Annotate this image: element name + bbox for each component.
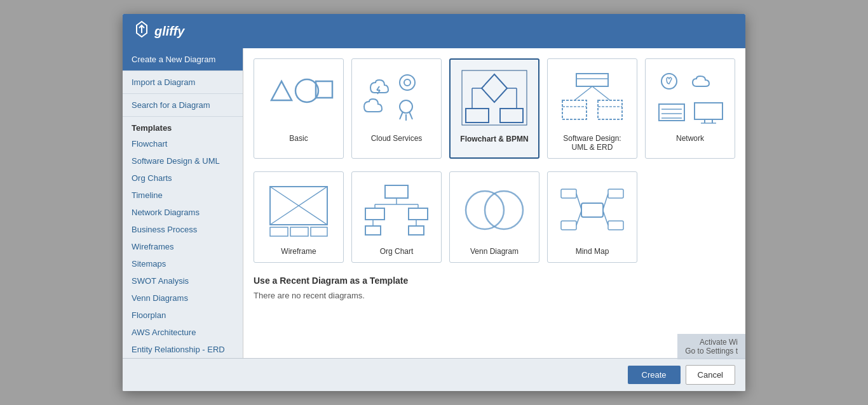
network-icon — [652, 65, 728, 129]
sidebar-item-wireframes[interactable]: Wireframes — [123, 238, 243, 255]
flowchart-label: Flowchart & BPMN — [460, 135, 528, 143]
svg-rect-38 — [270, 227, 288, 236]
sidebar-item-sitemaps[interactable]: Sitemaps — [123, 255, 243, 272]
svg-rect-12 — [500, 109, 523, 123]
svg-point-2 — [295, 79, 318, 102]
network-label: Network — [676, 134, 704, 143]
sidebar-item-erd[interactable]: Entity Relationship - ERD — [123, 341, 243, 358]
sidebar-item-flowchart[interactable]: Flowchart — [123, 135, 243, 152]
template-basic[interactable]: Basic — [254, 58, 344, 159]
svg-line-61 — [603, 194, 608, 209]
software-icon — [554, 65, 630, 129]
svg-point-4 — [400, 75, 415, 90]
svg-point-9 — [400, 100, 412, 113]
svg-rect-56 — [561, 221, 576, 230]
venn-icon — [456, 178, 532, 242]
templates-grid-row2: Wireframe — [254, 171, 735, 263]
sidebar-item-aws[interactable]: AWS Architecture — [123, 324, 243, 341]
templates-section-label: Templates — [123, 117, 243, 135]
software-label: Software Design: UML & ERD — [554, 134, 630, 152]
activate-watermark: Activate Wi Go to Settings t — [677, 334, 745, 359]
cloud-icon — [358, 65, 435, 129]
svg-rect-39 — [290, 227, 308, 236]
svg-rect-55 — [561, 189, 576, 198]
gliffy-icon — [133, 20, 151, 42]
template-orgchart[interactable]: Org Chart — [351, 171, 442, 263]
nav-search[interactable]: Search for a Diagram — [123, 94, 243, 117]
modal-footer: Create Cancel — [123, 358, 745, 391]
cloud-label: Cloud Services — [371, 134, 423, 143]
sidebar-item-floorplan[interactable]: Floorplan — [123, 307, 243, 324]
svg-rect-20 — [562, 100, 587, 119]
template-wireframe[interactable]: Wireframe — [254, 171, 344, 263]
orgchart-icon — [358, 178, 435, 242]
recent-title: Use a Recent Diagram as a Template — [254, 276, 735, 286]
template-mindmap[interactable]: Mind Map — [547, 171, 637, 263]
modal-body: Create a New Diagram Import a Diagram Se… — [123, 48, 745, 358]
svg-rect-58 — [608, 221, 623, 230]
create-diagram-modal: gliffy Create a New Diagram Import a Dia… — [123, 14, 745, 391]
sidebar-item-software-design[interactable]: Software Design & UML — [123, 152, 243, 169]
svg-marker-10 — [482, 74, 507, 102]
template-flowchart[interactable]: Flowchart & BPMN — [449, 58, 539, 159]
svg-rect-18 — [576, 74, 608, 86]
svg-rect-43 — [409, 208, 428, 220]
template-network[interactable]: Network — [645, 58, 735, 159]
svg-rect-11 — [466, 109, 489, 123]
svg-line-25 — [592, 86, 610, 100]
svg-rect-31 — [695, 103, 722, 119]
mindmap-icon — [554, 178, 630, 242]
sidebar-item-venn[interactable]: Venn Diagrams — [123, 289, 243, 307]
sidebar-item-org-charts[interactable]: Org Charts — [123, 169, 243, 187]
nav-import[interactable]: Import a Diagram — [123, 71, 243, 94]
cancel-button[interactable]: Cancel — [686, 365, 735, 385]
basic-label: Basic — [289, 134, 308, 143]
wireframe-label: Wireframe — [281, 247, 316, 256]
watermark-line1: Activate Wi — [685, 338, 738, 347]
svg-rect-42 — [365, 208, 384, 220]
template-cloud[interactable]: Cloud Services — [351, 58, 442, 159]
logo-text: gliffy — [154, 24, 184, 39]
svg-rect-48 — [365, 226, 381, 235]
svg-rect-54 — [581, 203, 603, 217]
sidebar-item-swot[interactable]: SWOT Analysis — [123, 272, 243, 289]
svg-rect-41 — [385, 185, 408, 198]
flowchart-icon — [457, 66, 532, 129]
template-software[interactable]: Software Design: UML & ERD — [547, 58, 637, 159]
svg-line-24 — [574, 86, 592, 100]
svg-rect-40 — [311, 227, 327, 236]
mindmap-label: Mind Map — [576, 247, 609, 256]
svg-rect-49 — [409, 226, 424, 235]
create-button[interactable]: Create — [628, 366, 681, 384]
template-venn[interactable]: Venn Diagram — [449, 171, 539, 263]
svg-point-26 — [661, 74, 677, 89]
venn-label: Venn Diagram — [470, 247, 519, 256]
nav-create[interactable]: Create a New Diagram — [123, 48, 243, 71]
svg-line-59 — [576, 194, 581, 209]
sidebar-item-network-diagrams[interactable]: Network Diagrams — [123, 204, 243, 221]
modal-header: gliffy — [123, 14, 745, 48]
svg-rect-22 — [598, 100, 622, 119]
watermark-line2: Go to Settings t — [685, 347, 738, 355]
wireframe-icon — [261, 178, 337, 242]
sidebar: Create a New Diagram Import a Diagram Se… — [123, 48, 243, 358]
sidebar-item-timeline[interactable]: Timeline — [123, 187, 243, 204]
recent-section: Use a Recent Diagram as a Template There… — [254, 276, 735, 300]
svg-point-5 — [404, 79, 410, 86]
orgchart-label: Org Chart — [380, 247, 414, 256]
svg-marker-1 — [271, 81, 292, 100]
logo: gliffy — [133, 20, 184, 42]
svg-line-62 — [603, 211, 608, 225]
svg-rect-57 — [608, 189, 623, 198]
templates-grid-row1: Basic — [254, 58, 735, 159]
basic-icon — [261, 65, 337, 129]
recent-empty-message: There are no recent diagrams. — [254, 291, 735, 300]
main-content: Basic — [243, 48, 745, 358]
svg-line-60 — [576, 211, 581, 225]
sidebar-item-business-process[interactable]: Business Process — [123, 221, 243, 238]
